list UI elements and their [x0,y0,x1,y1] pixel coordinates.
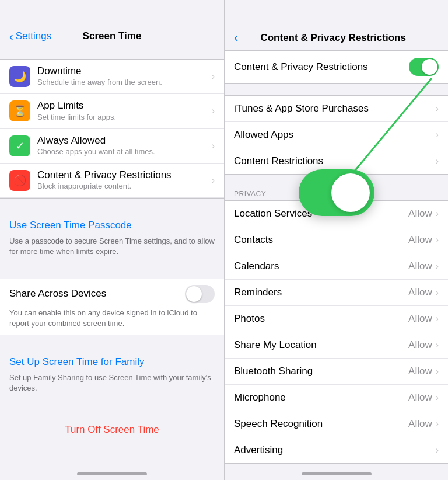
location-services-value: Allow [408,208,432,220]
app-limits-row[interactable]: ⏳ App Limits Set time limits for apps. › [0,94,224,128]
right-home-indicator [302,472,372,475]
block-icon: 🚫 [13,174,26,187]
downtime-subtitle: Schedule time away from the screen. [37,78,212,88]
always-allowed-text: Always Allowed Choose apps you want at a… [37,135,212,157]
photos-value: Allow [408,313,432,325]
speech-recognition-row[interactable]: Speech Recognition Allow › [225,411,448,437]
calendars-title: Calendars [234,260,408,272]
contacts-chevron: › [436,235,439,245]
left-home-indicator [77,472,147,475]
photos-row[interactable]: Photos Allow › [225,306,448,332]
downtime-icon-box: 🌙 [9,66,30,87]
reminders-value: Allow [408,287,432,298]
back-button-left[interactable]: ‹ Settings [9,30,51,43]
share-devices-title: Share Across Devices [9,288,106,300]
family-desc: Set up Family Sharing to use Screen Time… [9,373,215,394]
share-devices-section: Share Across Devices You can enable this… [0,279,224,335]
content-privacy-icon-box: 🚫 [9,170,30,191]
photos-title: Photos [234,313,408,325]
bluetooth-chevron: › [436,366,439,377]
downtime-title: Downtime [37,65,212,77]
speech-recognition-title: Speech Recognition [234,418,408,430]
itunes-title: iTunes & App Store Purchases [234,103,436,114]
microphone-row[interactable]: Microphone Allow › [225,385,448,411]
hourglass-icon: ⏳ [13,105,26,117]
content-settings-group: iTunes & App Store Purchases › Allowed A… [225,95,448,175]
allowed-apps-row[interactable]: Allowed Apps › [225,122,448,148]
left-header: ‹ Settings Screen Time [0,0,224,47]
itunes-row[interactable]: iTunes & App Store Purchases › [225,96,448,122]
right-page-title: Content & Privacy Restrictions [245,32,421,44]
left-panel: ‹ Settings Screen Time 🌙 Downtime Schedu… [0,0,224,480]
location-services-row[interactable]: Location Services Allow › [225,201,448,227]
itunes-chevron: › [436,103,439,114]
privacy-section-header: PRIVACY [225,186,448,200]
photos-chevron: › [436,314,439,324]
content-privacy-knob [422,59,438,75]
always-allowed-subtitle: Choose apps you want at all times. [37,147,212,157]
reminders-title: Reminders [234,287,408,298]
reminders-chevron: › [436,287,439,298]
share-devices-toggle[interactable] [185,285,215,303]
calendars-row[interactable]: Calendars Allow › [225,253,448,280]
right-header: ‹ Content & Privacy Restrictions [225,0,448,51]
always-allowed-title: Always Allowed [37,135,212,147]
calendars-value: Allow [408,260,432,272]
left-page-title: Screen Time [83,30,142,42]
back-chevron-icon: ‹ [9,30,13,43]
app-limits-chevron: › [212,106,215,116]
downtime-row[interactable]: 🌙 Downtime Schedule time away from the s… [0,60,224,94]
speech-recognition-chevron: › [436,419,439,429]
calendars-chevron: › [436,261,439,272]
content-privacy-main-toggle[interactable] [409,58,439,76]
bluetooth-title: Bluetooth Sharing [234,366,408,377]
bluetooth-row[interactable]: Bluetooth Sharing Allow › [225,359,448,385]
advertising-chevron: › [436,445,439,455]
turn-off-link[interactable]: Turn Off Screen Time [0,415,224,445]
right-content: Content & Privacy Restrictions iTunes & … [225,51,448,480]
reminders-row[interactable]: Reminders Allow › [225,280,448,306]
content-privacy-text: Content & Privacy Restrictions Block ina… [37,169,212,192]
always-allowed-row[interactable]: ✓ Always Allowed Choose apps you want at… [0,129,224,164]
content-restrictions-title: Content Restrictions [234,155,436,167]
downtime-text: Downtime Schedule time away from the scr… [37,65,212,88]
family-section: Set Up Screen Time for Family Set up Fam… [0,347,224,403]
left-content: 🌙 Downtime Schedule time away from the s… [0,47,224,480]
family-link[interactable]: Set Up Screen Time for Family [9,356,215,368]
share-location-value: Allow [408,339,432,351]
speech-recognition-value: Allow [408,418,432,430]
allowed-apps-title: Allowed Apps [234,129,436,141]
privacy-settings-group: Location Services Allow › Contacts Allow… [225,200,448,464]
contacts-value: Allow [408,234,432,246]
location-services-chevron: › [436,208,439,219]
app-limits-subtitle: Set time limits for apps. [37,113,212,123]
content-privacy-title: Content & Privacy Restrictions [37,169,212,181]
contacts-row[interactable]: Contacts Allow › [225,227,448,253]
microphone-title: Microphone [234,392,408,404]
passcode-link[interactable]: Use Screen Time Passcode [9,220,215,231]
content-restrictions-chevron: › [436,156,439,166]
main-settings-group: 🌙 Downtime Schedule time away from the s… [0,59,224,199]
app-limits-text: App Limits Set time limits for apps. [37,100,212,122]
content-privacy-chevron: › [212,175,215,186]
content-privacy-row[interactable]: 🚫 Content & Privacy Restrictions Block i… [0,164,224,198]
content-restrictions-row[interactable]: Content Restrictions › [225,148,448,174]
share-location-chevron: › [436,340,439,350]
main-toggle-label: Content & Privacy Restrictions [234,61,368,73]
share-location-title: Share My Location [234,339,408,351]
allowed-apps-chevron: › [436,130,439,140]
contacts-title: Contacts [234,234,408,246]
right-panel: ‹ Content & Privacy Restrictions Content… [224,0,448,480]
downtime-chevron: › [212,71,215,82]
share-devices-row: Share Across Devices [9,285,215,303]
app-limits-title: App Limits [37,100,212,112]
passcode-section: Use Screen Time Passcode Use a passcode … [0,210,224,266]
bluetooth-value: Allow [408,366,432,377]
back-button-right[interactable]: ‹ [234,30,238,46]
share-devices-desc: You can enable this on any device signed… [9,308,215,329]
share-location-row[interactable]: Share My Location Allow › [225,332,448,359]
always-allowed-chevron: › [212,141,215,151]
advertising-row[interactable]: Advertising › [225,437,448,463]
back-label: Settings [16,30,51,42]
content-privacy-subtitle: Block inappropriate content. [37,182,212,192]
